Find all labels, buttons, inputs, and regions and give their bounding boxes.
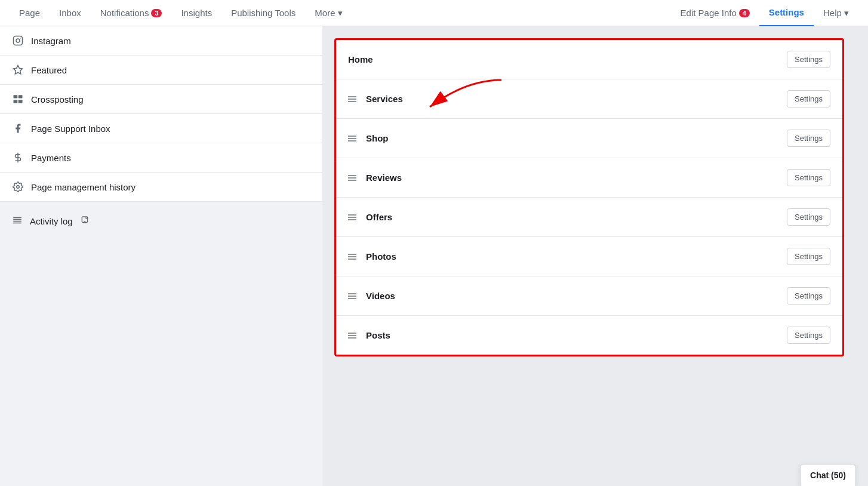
nav-label-edit-page-info: Edit Page Info <box>681 8 737 18</box>
nav-item-notifications[interactable]: Notifications 3 <box>91 0 172 26</box>
instagram-icon <box>12 35 24 47</box>
sidebar-item-page-support-inbox[interactable]: Page Support Inbox <box>0 114 322 143</box>
sidebar-item-featured[interactable]: Featured <box>0 56 322 85</box>
nav-label-page: Page <box>19 8 40 18</box>
nav-item-publishing-tools[interactable]: Publishing Tools <box>221 0 305 26</box>
nav-label-notifications: Notifications <box>100 8 149 18</box>
sidebar-item-page-management-history[interactable]: Page management history <box>0 173 322 202</box>
notifications-badge: 3 <box>151 9 162 17</box>
drag-icon-reviews <box>348 175 359 181</box>
panel-row-offers-settings-button[interactable]: Settings <box>787 208 830 226</box>
nav-item-settings[interactable]: Settings <box>759 0 814 26</box>
svg-point-2 <box>20 38 21 39</box>
nav-label-help: Help ▾ <box>823 8 849 19</box>
svg-rect-7 <box>19 100 23 103</box>
overlay-container: Home Settings Services Settings <box>334 38 844 356</box>
svg-point-1 <box>16 39 20 42</box>
sidebar-label-crossposting: Crossposting <box>31 94 310 104</box>
panel-row-offers-label: Offers <box>366 212 780 222</box>
nav-label-insights: Insights <box>181 8 212 18</box>
svg-rect-4 <box>14 95 18 98</box>
panel-row-videos-label: Videos <box>366 291 780 301</box>
panel-row-posts-label: Posts <box>366 330 780 340</box>
list-icon <box>12 215 23 227</box>
content-area: Home Settings Services Settings <box>322 26 856 486</box>
nav-item-edit-page-info[interactable]: Edit Page Info 4 <box>671 0 759 26</box>
panel-row-shop-label: Shop <box>366 133 780 143</box>
nav-label-inbox: Inbox <box>59 8 81 18</box>
panel-row-home-label: Home <box>348 54 780 64</box>
panel-row-videos: Videos Settings <box>336 276 842 316</box>
sidebar-item-activity-log[interactable]: Activity log <box>0 207 322 236</box>
nav-left: Page Inbox Notifications 3 Insights Publ… <box>10 0 352 26</box>
panel-row-services-label: Services <box>366 94 780 104</box>
sidebar-item-crossposting[interactable]: Crossposting <box>0 85 322 114</box>
panel-row-posts: Posts Settings <box>336 316 842 355</box>
nav-item-help[interactable]: Help ▾ <box>814 0 858 26</box>
content-panel: Home Settings Services Settings <box>334 38 844 356</box>
activity-log-arrow-icon <box>80 216 90 227</box>
main-layout: Instagram Featured Crossposting <box>0 26 868 486</box>
top-nav: Page Inbox Notifications 3 Insights Publ… <box>0 0 868 26</box>
panel-row-reviews: Reviews Settings <box>336 158 842 198</box>
sidebar-label-featured: Featured <box>31 65 310 75</box>
panel-row-services-settings-button[interactable]: Settings <box>787 90 830 107</box>
nav-label-settings: Settings <box>769 7 804 17</box>
svg-marker-3 <box>14 66 23 74</box>
facebook-icon <box>12 122 24 134</box>
dollar-icon <box>12 152 24 164</box>
nav-label-more: More ▾ <box>315 8 342 19</box>
svg-rect-5 <box>19 95 23 98</box>
panel-row-videos-settings-button[interactable]: Settings <box>787 287 830 304</box>
nav-item-inbox[interactable]: Inbox <box>50 0 91 26</box>
nav-right: Edit Page Info 4 Settings Help ▾ <box>671 0 858 26</box>
panel-row-reviews-label: Reviews <box>366 173 780 183</box>
nav-item-page[interactable]: Page <box>10 0 50 26</box>
svg-rect-6 <box>14 100 18 103</box>
svg-rect-0 <box>14 36 23 45</box>
panel-row-photos-label: Photos <box>366 251 780 262</box>
drag-icon-photos <box>348 254 359 260</box>
edit-page-info-badge: 4 <box>739 9 750 17</box>
panel-row-services: Services Settings <box>336 79 842 119</box>
gear-icon <box>12 181 24 193</box>
nav-item-insights[interactable]: Insights <box>171 0 221 26</box>
chat-bubble[interactable]: Chat (50) <box>800 464 856 486</box>
panel-row-offers: Offers Settings <box>336 198 842 237</box>
panel-row-shop-settings-button[interactable]: Settings <box>787 130 830 147</box>
panel-row-posts-settings-button[interactable]: Settings <box>787 327 830 344</box>
panel-row-reviews-settings-button[interactable]: Settings <box>787 169 830 186</box>
chat-bubble-label: Chat (50) <box>810 470 846 480</box>
drag-icon-shop <box>348 136 359 142</box>
sidebar-label-page-management-history: Page management history <box>31 182 310 192</box>
panel-row-photos: Photos Settings <box>336 237 842 276</box>
nav-label-publishing-tools: Publishing Tools <box>231 8 296 18</box>
panel-row-photos-settings-button[interactable]: Settings <box>787 248 830 265</box>
sidebar-label-payments: Payments <box>31 153 310 163</box>
sidebar-item-instagram[interactable]: Instagram <box>0 26 322 56</box>
sidebar: Instagram Featured Crossposting <box>0 26 322 486</box>
right-gutter <box>856 26 868 486</box>
drag-icon-offers <box>348 214 359 220</box>
nav-item-more[interactable]: More ▾ <box>305 0 352 26</box>
star-icon <box>12 64 24 76</box>
sidebar-item-payments[interactable]: Payments <box>0 143 322 173</box>
drag-icon-services <box>348 96 359 102</box>
sidebar-label-instagram: Instagram <box>31 36 310 46</box>
panel-row-home: Home Settings <box>336 40 842 79</box>
svg-point-9 <box>17 186 20 189</box>
crosspost-icon <box>12 93 24 105</box>
sidebar-label-page-support-inbox: Page Support Inbox <box>31 124 310 134</box>
panel-row-home-settings-button[interactable]: Settings <box>787 51 830 68</box>
drag-icon-videos <box>348 293 359 299</box>
drag-icon-posts <box>348 333 359 339</box>
panel-row-shop: Shop Settings <box>336 119 842 158</box>
sidebar-label-activity-log: Activity log <box>30 216 73 226</box>
